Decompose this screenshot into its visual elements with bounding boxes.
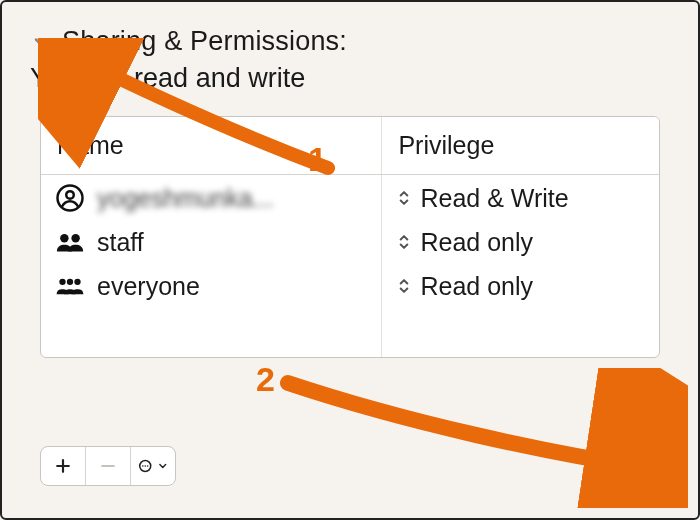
add-button[interactable] [41,447,85,485]
person-icon [55,183,85,213]
svg-point-4 [59,279,65,285]
permission-summary: You can read and write [8,57,692,94]
table-row[interactable]: everyone Read only [41,265,659,309]
privilege-value[interactable]: Read only [420,228,533,257]
svg-point-12 [144,465,146,467]
column-header-privilege[interactable]: Privilege [382,117,659,175]
people-many-icon [55,271,85,301]
svg-point-11 [142,465,144,467]
table-row-empty [41,309,659,357]
permissions-table: Name Privilege [40,116,660,358]
more-actions-button[interactable] [131,447,175,485]
stepper-icon[interactable] [396,187,412,209]
annotation-label-2: 2 [256,360,275,399]
stepper-icon[interactable] [396,275,412,297]
svg-point-3 [71,234,79,242]
svg-point-13 [147,465,149,467]
privilege-value[interactable]: Read & Write [420,184,568,213]
svg-point-6 [74,279,80,285]
table-row[interactable]: staff Read only [41,221,659,265]
table-actions-segment [40,446,176,486]
svg-rect-14 [633,462,652,478]
column-header-name[interactable]: Name [41,117,382,175]
group-name: everyone [97,272,200,301]
svg-point-2 [60,234,68,242]
section-title: Sharing & Permissions: [62,26,347,57]
group-name: staff [97,228,144,257]
disclosure-chevron-icon[interactable] [30,31,52,53]
lock-icon[interactable] [626,447,660,485]
annotation-arrow-2 [268,368,688,508]
user-name: yogeshmunka... [97,184,274,213]
stepper-icon[interactable] [396,231,412,253]
svg-point-5 [67,279,73,285]
people-icon [55,227,85,257]
table-row[interactable]: yogeshmunka... Read & Write [41,175,659,222]
privilege-value[interactable]: Read only [420,272,533,301]
remove-button [86,447,130,485]
svg-point-1 [66,191,74,199]
